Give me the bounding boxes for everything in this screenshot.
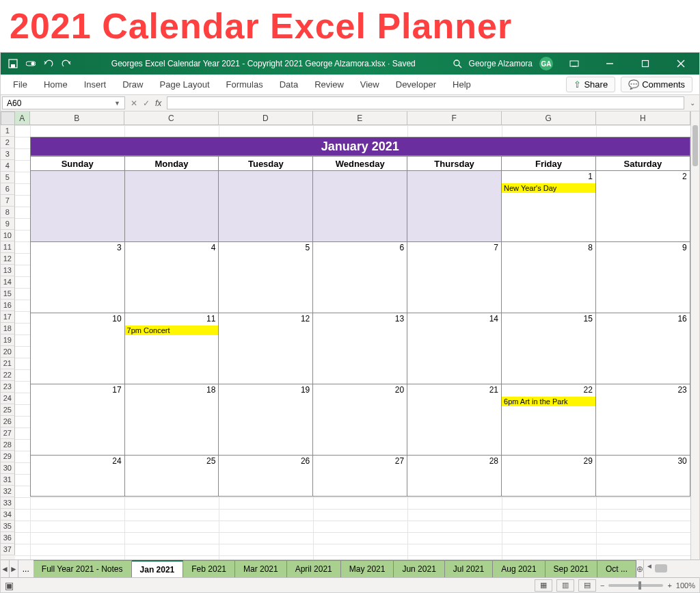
autosave-toggle-icon[interactable] [25,58,36,69]
ribbon-tab-pagelayout[interactable]: Page Layout [152,75,218,94]
ribbon-tab-draw[interactable]: Draw [114,75,151,94]
calendar-cell[interactable] [125,171,219,242]
select-all-corner[interactable] [1,111,15,125]
sheet-nav-prev[interactable]: ◄ [1,560,10,577]
calendar-cell[interactable]: 3 [30,242,125,313]
row-header[interactable]: 32 [1,486,15,497]
zoom-out-button[interactable]: − [600,581,604,590]
zoom-slider[interactable] [608,584,663,587]
ribbon-tab-help[interactable]: Help [444,75,479,94]
row-header[interactable]: 16 [1,300,15,311]
calendar-cell[interactable]: 13 [313,313,407,384]
row-header[interactable]: 17 [1,311,15,323]
ribbon-tab-insert[interactable]: Insert [76,75,115,94]
sheet-tab[interactable]: May 2021 [341,560,394,577]
row-header[interactable]: 35 [1,520,15,532]
calendar-cell[interactable]: 17 [30,384,125,456]
row-header[interactable]: 11 [1,241,15,253]
col-header-d[interactable]: D [219,111,313,125]
comments-button[interactable]: 💬 Comments [621,77,692,92]
minimize-button[interactable] [595,53,624,75]
view-pagelayout-button[interactable]: ▥ [556,579,574,592]
row-header[interactable]: 22 [1,369,15,381]
sheet-tabs-more[interactable]: ... [18,560,33,577]
row-header[interactable]: 23 [1,381,15,393]
calendar-cell[interactable]: 25 [125,456,219,497]
redo-icon[interactable] [61,58,72,69]
calendar-cell[interactable]: 23 [596,384,690,456]
row-header[interactable]: 26 [1,416,15,427]
row-header[interactable]: 20 [1,346,15,358]
row-header[interactable]: 28 [1,439,15,451]
row-header[interactable]: 24 [1,393,15,404]
close-button[interactable] [667,53,695,75]
calendar-cell[interactable]: 14 [407,313,502,384]
row-header[interactable]: 14 [1,276,15,288]
record-macro-icon[interactable]: ▣ [5,580,14,591]
name-box[interactable]: A60 ▼ [2,96,125,109]
calendar-cell[interactable]: 16 [596,313,690,384]
row-header[interactable]: 1 [1,125,15,137]
col-header-e[interactable]: E [313,111,407,125]
ribbon-tab-formulas[interactable]: Formulas [218,75,271,94]
calendar-cell[interactable] [219,171,313,242]
row-header[interactable]: 2 [1,137,15,148]
calendar-cell[interactable]: 19 [219,384,313,456]
sheet-tab[interactable]: Jan 2021 [132,560,184,577]
row-header[interactable]: 21 [1,358,15,369]
row-header[interactable]: 6 [1,183,15,195]
row-header[interactable]: 4 [1,160,15,172]
calendar-cell[interactable]: 24 [30,456,125,497]
calendar-cell[interactable] [313,171,407,242]
sheet-tab[interactable]: Mar 2021 [235,560,287,577]
sheet-tab[interactable]: Jul 2021 [445,560,493,577]
cancel-formula-icon[interactable]: ✕ [131,98,137,108]
calendar-cell[interactable]: 20 [313,384,407,456]
cells-area[interactable]: January 2021 SundayMondayTuesdayWednesda… [15,125,690,559]
enter-formula-icon[interactable]: ✓ [143,98,150,108]
row-header[interactable]: 37 [1,544,15,555]
sheet-tab[interactable]: April 2021 [287,560,341,577]
ribbon-tab-view[interactable]: View [352,75,388,94]
user-avatar[interactable]: GA [539,57,553,70]
vertical-scrollbar[interactable] [690,111,699,559]
sheet-tab[interactable]: Full Year 2021 - Notes [33,560,132,577]
ribbon-tab-developer[interactable]: Developer [388,75,444,94]
calendar-cell[interactable]: 4 [125,242,219,313]
share-button[interactable]: ⇧ Share [566,77,615,92]
row-header[interactable]: 9 [1,218,15,230]
expand-formula-icon[interactable]: ⌄ [686,95,699,111]
calendar-event[interactable]: 7pm Concert [125,326,219,335]
row-header[interactable]: 10 [1,230,15,241]
row-header[interactable]: 27 [1,427,15,439]
row-header[interactable]: 31 [1,474,15,486]
ribbon-options-icon[interactable] [560,53,589,75]
row-header[interactable]: 33 [1,497,15,509]
calendar-cell[interactable]: 1New Year's Day [502,171,596,242]
col-header-g[interactable]: G [502,111,596,125]
row-header[interactable]: 8 [1,207,15,218]
calendar-cell[interactable]: 226pm Art in the Park [502,384,596,456]
horizontal-scrollbar[interactable]: ◄ ► [643,560,700,577]
row-header[interactable]: 15 [1,288,15,300]
row-header[interactable]: 7 [1,195,15,207]
calendar-cell[interactable]: 117pm Concert [125,313,219,384]
col-header-b[interactable]: B [30,111,124,125]
save-icon[interactable] [8,58,18,69]
calendar-cell[interactable] [30,171,125,242]
calendar-event[interactable]: New Year's Day [502,183,595,193]
col-header-f[interactable]: F [407,111,502,125]
row-header[interactable]: 19 [1,334,15,346]
view-normal-button[interactable]: ▦ [535,579,552,592]
zoom-in-button[interactable]: + [667,581,671,590]
calendar-cell[interactable]: 18 [125,384,219,456]
col-header-h[interactable]: H [596,111,690,125]
calendar-cell[interactable]: 7 [407,242,502,313]
calendar-cell[interactable]: 8 [502,242,596,313]
ribbon-tab-home[interactable]: Home [36,75,76,94]
calendar-cell[interactable]: 5 [219,242,313,313]
col-header-c[interactable]: C [124,111,219,125]
ribbon-tab-data[interactable]: Data [271,75,306,94]
calendar-cell[interactable]: 28 [407,456,502,497]
calendar-cell[interactable]: 29 [502,456,596,497]
